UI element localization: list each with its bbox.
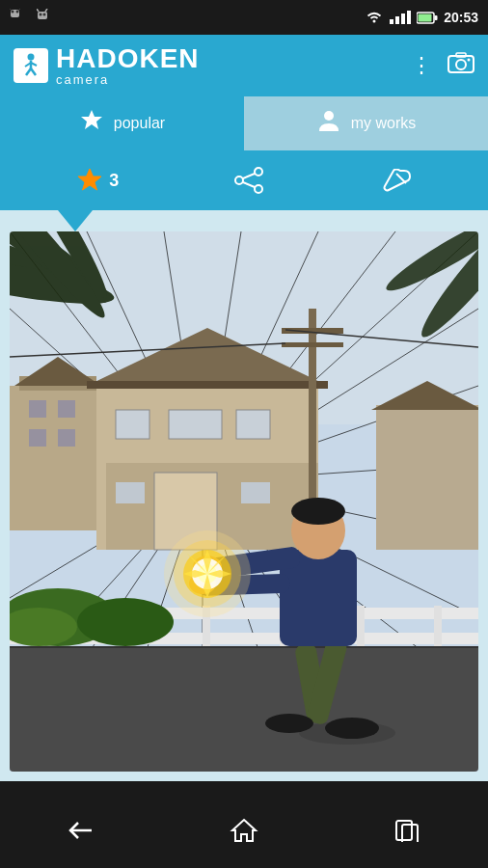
- svg-rect-70: [87, 381, 328, 389]
- app-bar: HADOKEN camera ⋮: [0, 35, 488, 96]
- person-tab-icon: [316, 108, 341, 139]
- svg-point-101: [265, 714, 313, 733]
- menu-icon[interactable]: ⋮: [411, 53, 432, 78]
- photo-container: [0, 231, 488, 781]
- svg-rect-91: [357, 606, 365, 648]
- svg-point-1: [12, 11, 14, 14]
- brand-icon: [14, 48, 48, 83]
- camera-icon[interactable]: [447, 51, 474, 80]
- content-area: 3: [0, 150, 488, 781]
- back-icon: [67, 819, 95, 842]
- tab-myworks-label: my works: [351, 115, 417, 132]
- svg-rect-92: [434, 606, 442, 648]
- recent-button[interactable]: [393, 819, 421, 849]
- svg-line-14: [31, 68, 36, 75]
- svg-point-9: [28, 54, 35, 61]
- person-svg: [316, 108, 341, 133]
- svg-rect-77: [241, 482, 270, 503]
- animal-icon-1: [10, 9, 31, 26]
- back-button[interactable]: [67, 819, 95, 849]
- svg-rect-71: [116, 410, 149, 439]
- svg-rect-67: [58, 429, 75, 447]
- status-icons: [10, 9, 58, 26]
- svg-rect-8: [419, 14, 432, 21]
- tab-popular-label: popular: [114, 115, 165, 132]
- tab-myworks[interactable]: my works: [244, 96, 488, 150]
- brand-subtitle: camera: [56, 72, 200, 87]
- brand-text: HADOKEN camera: [56, 45, 200, 87]
- star-count-icon: [76, 167, 103, 194]
- svg-point-109: [291, 498, 345, 525]
- svg-point-20: [324, 111, 334, 121]
- svg-marker-21: [78, 169, 101, 190]
- brand-letter: H: [56, 43, 76, 73]
- svg-point-96: [77, 598, 174, 646]
- svg-rect-73: [236, 410, 270, 439]
- svg-rect-93: [10, 646, 478, 772]
- svg-point-18: [468, 59, 471, 62]
- share-btn[interactable]: [233, 167, 264, 194]
- svg-rect-7: [435, 15, 438, 20]
- home-button[interactable]: [230, 817, 258, 851]
- star-count-btn[interactable]: 3: [76, 167, 119, 194]
- photo: [10, 231, 478, 772]
- svg-point-24: [255, 185, 262, 193]
- star-count: 3: [109, 171, 119, 191]
- brand-rest: ADOKEN: [76, 43, 199, 73]
- svg-rect-64: [29, 400, 46, 418]
- svg-line-25: [243, 174, 255, 178]
- app-bar-actions: ⋮: [411, 51, 474, 80]
- svg-rect-83: [376, 405, 478, 550]
- svg-rect-94: [10, 646, 478, 648]
- edit-btn[interactable]: [379, 169, 412, 192]
- svg-rect-65: [58, 400, 75, 418]
- camera-svg: [447, 51, 474, 74]
- scene-image: [10, 231, 478, 772]
- svg-point-4: [40, 14, 42, 16]
- star-svg: [79, 108, 104, 133]
- svg-point-23: [235, 176, 243, 184]
- svg-point-2: [16, 11, 19, 14]
- svg-point-22: [255, 168, 262, 176]
- svg-rect-66: [29, 429, 46, 447]
- status-bar: 20:53: [0, 0, 488, 35]
- svg-marker-19: [81, 110, 102, 129]
- svg-point-5: [43, 14, 46, 16]
- bottom-nav: [0, 799, 488, 868]
- animal-icon-2: [37, 9, 58, 26]
- home-icon: [230, 817, 258, 844]
- tab-bar: popular my works: [0, 96, 488, 150]
- wrench-icon: [379, 169, 412, 192]
- bubble-pointer: [58, 210, 93, 231]
- svg-rect-3: [38, 12, 47, 19]
- status-right: 20:53: [365, 10, 478, 25]
- svg-rect-72: [169, 410, 222, 439]
- svg-point-102: [325, 718, 379, 739]
- svg-rect-76: [116, 482, 145, 503]
- share-icon: [233, 167, 264, 194]
- svg-line-26: [243, 182, 255, 187]
- svg-marker-122: [232, 820, 256, 841]
- svg-rect-80: [282, 342, 343, 347]
- star-tab-icon: [79, 108, 104, 139]
- brand: HADOKEN camera: [14, 45, 200, 87]
- brand-name: HADOKEN: [56, 45, 200, 72]
- svg-point-16: [456, 60, 466, 69]
- wifi-icon: [365, 10, 384, 25]
- signal-icon: [390, 11, 411, 24]
- recent-icon: [393, 819, 421, 842]
- time-display: 20:53: [444, 10, 478, 25]
- action-bar: 3: [0, 150, 488, 210]
- svg-line-27: [396, 174, 406, 183]
- tab-popular[interactable]: popular: [0, 96, 244, 150]
- figure-icon: [17, 52, 44, 79]
- battery-icon: [417, 12, 438, 24]
